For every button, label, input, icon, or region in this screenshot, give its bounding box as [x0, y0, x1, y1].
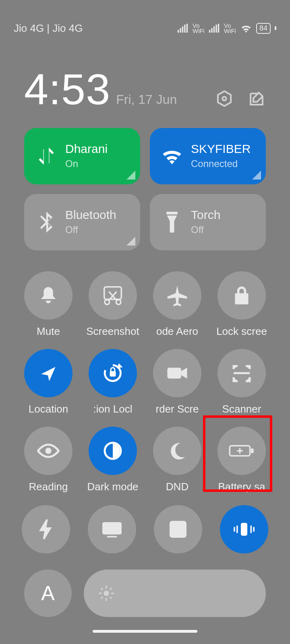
tile-title: Bluetooth [65, 209, 116, 221]
tile-label: Scanner [222, 403, 261, 415]
tile-label: Lock scree [216, 325, 267, 338]
tile-rotation-lock[interactable]: :ion Locl [83, 349, 143, 415]
tile-mute[interactable]: Mute [18, 271, 79, 338]
eye-icon [37, 444, 60, 458]
battery-plus-icon [229, 444, 255, 458]
tile-scanner[interactable]: Scanner [211, 349, 272, 415]
tile-label: rder Scre [156, 403, 199, 415]
moon-icon [168, 442, 186, 460]
tile-screen-recorder[interactable]: rder Scre [147, 349, 207, 415]
svg-rect-12 [166, 212, 177, 215]
signal-icon-2 [209, 24, 220, 33]
scissors-icon [102, 286, 123, 305]
sun-icon [97, 584, 115, 602]
signal-icon [177, 24, 188, 33]
tile-label: Dark mode [87, 481, 138, 493]
tile-status: Connected [191, 158, 251, 169]
tile-label: Screenshot [86, 325, 139, 338]
svg-marker-10 [218, 91, 231, 106]
svg-rect-2 [182, 27, 183, 33]
clock-time: 4:53 [24, 68, 110, 111]
expand-icon[interactable] [252, 171, 261, 180]
tile-label: DND [166, 481, 188, 493]
svg-rect-1 [180, 28, 181, 33]
tile-location[interactable]: Location [18, 349, 79, 415]
tile-status: Off [65, 224, 116, 235]
nav-icon [39, 364, 57, 382]
brightness-slider[interactable] [84, 570, 266, 617]
clock-row: 4:53 Fri, 17 Jun [0, 56, 290, 128]
tile-status: Off [191, 224, 220, 235]
tile-reading-mode[interactable]: Reading [18, 427, 79, 493]
carrier-label: Jio 4G | Jio 4G [14, 22, 83, 35]
svg-rect-16 [110, 371, 116, 377]
tile-torch[interactable]: Torch Off [150, 194, 266, 250]
svg-rect-7 [213, 27, 215, 33]
clock-date: Fri, 17 Jun [116, 92, 177, 111]
tile-dark-mode[interactable]: Dark mode [83, 427, 143, 493]
lock-icon [232, 285, 251, 305]
svg-rect-6 [211, 28, 212, 33]
tile-lockscreen[interactable]: Lock scree [211, 271, 272, 338]
contrast-icon [103, 441, 123, 461]
bluetooth-icon [35, 212, 58, 233]
svg-rect-0 [178, 30, 179, 33]
tile-mobile-data[interactable]: Dharani On [24, 128, 140, 184]
tile-label: Reading [29, 481, 68, 493]
settings-icon[interactable] [215, 89, 234, 108]
tile-label: Location [29, 403, 68, 415]
toggle-grid: Mute Screenshot ode Aero Lock scree Loca… [0, 260, 290, 505]
svg-rect-17 [167, 368, 181, 379]
svg-rect-5 [209, 30, 210, 33]
tile-screenshot[interactable]: Screenshot [83, 271, 143, 338]
video-icon [166, 365, 188, 381]
svg-rect-4 [186, 24, 188, 33]
wifi-icon [160, 148, 184, 165]
tile-bluetooth[interactable]: Bluetooth Off [24, 194, 140, 250]
tile-label: Mute [37, 325, 60, 338]
tile-status: On [65, 158, 108, 169]
monitor-icon [101, 520, 123, 538]
rotation-lock-icon [102, 362, 124, 384]
auto-brightness-button[interactable]: A [24, 570, 72, 617]
tile-vibrate[interactable] [220, 505, 268, 553]
vowifi-label-2: VoWiFi [224, 23, 236, 34]
status-icons: VoWiFi VoWiFi 84 [177, 23, 276, 34]
tile-floating[interactable] [154, 505, 202, 553]
tile-airplane[interactable]: ode Aero [147, 271, 207, 338]
tile-title: Dharani [65, 143, 108, 155]
tile-label: Battery sa [218, 481, 265, 493]
tile-label: :ion Locl [93, 403, 133, 415]
svg-rect-24 [241, 523, 247, 536]
svg-point-15 [116, 300, 121, 305]
svg-rect-21 [251, 448, 254, 453]
svg-rect-3 [184, 25, 185, 33]
battery-pct: 84 [256, 23, 271, 34]
tile-battery-saver[interactable]: Battery sa [211, 427, 272, 493]
wifi-icon [240, 23, 252, 33]
svg-point-18 [45, 448, 51, 454]
bell-icon [38, 285, 59, 306]
vowifi-label-1: VoWiFi [193, 23, 205, 34]
status-bar: Jio 4G | Jio 4G VoWiFi VoWiFi 84 [0, 0, 290, 56]
plane-icon [166, 285, 188, 306]
torch-icon [160, 212, 184, 233]
toggle-row-4 [0, 505, 290, 570]
tile-label: ode Aero [156, 325, 198, 338]
svg-point-11 [222, 97, 226, 100]
tile-cast[interactable] [88, 505, 136, 553]
scanner-icon [232, 363, 252, 383]
edit-icon[interactable] [247, 89, 266, 108]
gesture-bar[interactable] [93, 630, 197, 633]
big-tile-grid: Dharani On SKYFIBER Connected Bluetooth … [0, 128, 290, 260]
tile-title: Torch [191, 209, 220, 221]
svg-rect-22 [103, 523, 121, 534]
tile-bolt[interactable] [22, 505, 70, 553]
expand-icon[interactable] [126, 237, 135, 246]
battery-nub-icon [275, 26, 276, 30]
tile-dnd[interactable]: DND [147, 427, 207, 493]
expand-icon[interactable] [126, 171, 135, 180]
tile-wifi[interactable]: SKYFIBER Connected [150, 128, 266, 184]
svg-rect-9 [218, 24, 219, 33]
svg-point-25 [104, 590, 109, 596]
